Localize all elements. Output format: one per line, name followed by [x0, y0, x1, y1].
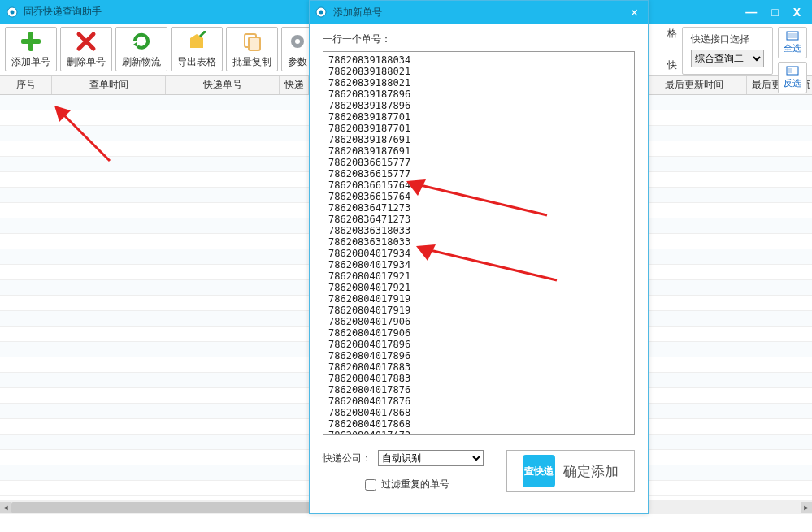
window-controls: — □ X [745, 6, 807, 19]
col-time[interactable]: 查单时间 [52, 76, 166, 94]
numbers-label: 一行一个单号： [323, 32, 635, 46]
app-icon [5, 5, 19, 19]
delete-number-button[interactable]: 删除单号 [60, 27, 112, 71]
col-seq[interactable]: 序号 [0, 76, 52, 94]
dialog-close-button[interactable]: × [626, 6, 643, 20]
add-number-button[interactable]: 添加单号 [5, 27, 57, 71]
refresh-button[interactable]: 刷新物流 [115, 27, 167, 71]
x-icon [74, 29, 98, 54]
search-express-icon: 查快递 [523, 455, 555, 487]
export-button[interactable]: 导出表格 [171, 27, 223, 71]
add-number-dialog: 添加新单号 × 一行一个单号： 快递公司： 自动识别 过滤重复的单号 查快递 [309, 0, 649, 514]
interface-panel: 快递接口选择 综合查询二 [682, 27, 773, 75]
export-icon [185, 29, 209, 54]
interface-select[interactable]: 综合查询二 [691, 50, 764, 67]
plus-icon [19, 29, 43, 54]
col-number[interactable]: 快递单号 [166, 76, 280, 94]
scroll-right-arrow[interactable]: ► [801, 502, 812, 513]
dialog-app-icon [315, 6, 328, 19]
interface-label: 快递接口选择 [691, 32, 764, 46]
dialog-titlebar: 添加新单号 × [310, 1, 648, 24]
company-label: 快递公司： [323, 452, 371, 465]
svg-rect-5 [249, 37, 260, 50]
ge-fragment: 格 [667, 27, 677, 41]
gear-icon [285, 29, 310, 54]
toolbar-right: 格 快 快递接口选择 综合查询二 全选 反选 [667, 27, 807, 71]
svg-point-13 [319, 11, 323, 15]
filter-dup-checkbox[interactable]: 过滤重复的单号 [323, 478, 492, 491]
confirm-label: 确定添加 [563, 462, 619, 481]
kuai-fragment: 快 [667, 58, 677, 72]
svg-rect-9 [788, 33, 797, 38]
confirm-add-button[interactable]: 查快递 确定添加 [506, 450, 635, 492]
batch-copy-button[interactable]: 批量复制 [226, 27, 278, 71]
close-button[interactable]: X [793, 6, 801, 19]
minimize-button[interactable]: — [745, 6, 757, 19]
scroll-left-arrow[interactable]: ◄ [0, 502, 11, 513]
select-all-icon [786, 31, 799, 41]
col-lastupdate[interactable]: 最后更新时间 [641, 76, 747, 94]
select-all-button[interactable]: 全选 [778, 27, 807, 58]
maximize-button[interactable]: □ [771, 6, 778, 19]
dialog-body: 一行一个单号： 快递公司： 自动识别 过滤重复的单号 查快递 确定添加 [310, 24, 648, 504]
svg-rect-11 [788, 68, 792, 73]
invert-select-button[interactable]: 反选 [778, 62, 807, 93]
refresh-icon [129, 29, 154, 54]
col-company[interactable]: 快递 [280, 76, 309, 94]
company-select[interactable]: 自动识别 [378, 450, 484, 466]
filter-dup-input[interactable] [365, 479, 376, 491]
app-title: 固乔快递查询助手 [24, 5, 102, 19]
scroll-thumb[interactable] [11, 502, 320, 513]
numbers-textarea[interactable] [323, 51, 635, 435]
invert-select-icon [786, 66, 799, 76]
svg-point-1 [10, 10, 14, 14]
svg-point-7 [295, 39, 300, 44]
svg-rect-3 [21, 39, 41, 44]
copy-icon [240, 29, 264, 54]
dialog-title: 添加新单号 [333, 6, 382, 19]
